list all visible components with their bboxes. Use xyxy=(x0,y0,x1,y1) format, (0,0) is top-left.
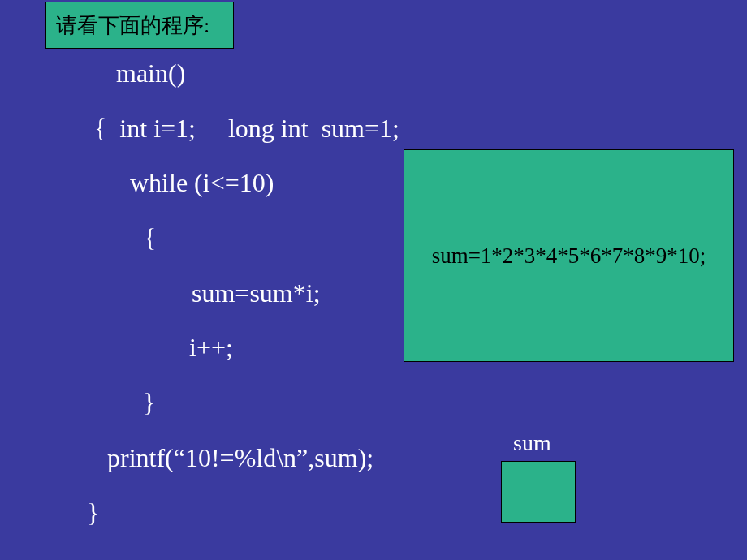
code-line-3: while (i<=10) xyxy=(130,168,274,198)
code-line-4: { xyxy=(144,223,156,253)
code-line-1: main() xyxy=(116,58,185,88)
code-line-5: sum=sum*i; xyxy=(192,278,321,308)
code-line-8: printf(“10!=%ld\n”,sum); xyxy=(107,443,374,473)
header-text: 请看下面的程序: xyxy=(56,11,209,40)
explanation-box: sum=1*2*3*4*5*6*7*8*9*10; xyxy=(404,149,734,362)
code-line-7: } xyxy=(143,388,155,418)
sum-label: sum xyxy=(513,430,551,456)
code-line-2: { int i=1; long int sum=1; xyxy=(94,114,399,144)
explanation-text: sum=1*2*3*4*5*6*7*8*9*10; xyxy=(432,243,706,269)
code-line-6: i++; xyxy=(189,333,233,363)
code-line-9: } xyxy=(87,498,99,528)
header-box: 请看下面的程序: xyxy=(45,2,234,49)
sum-value-box xyxy=(501,461,576,523)
